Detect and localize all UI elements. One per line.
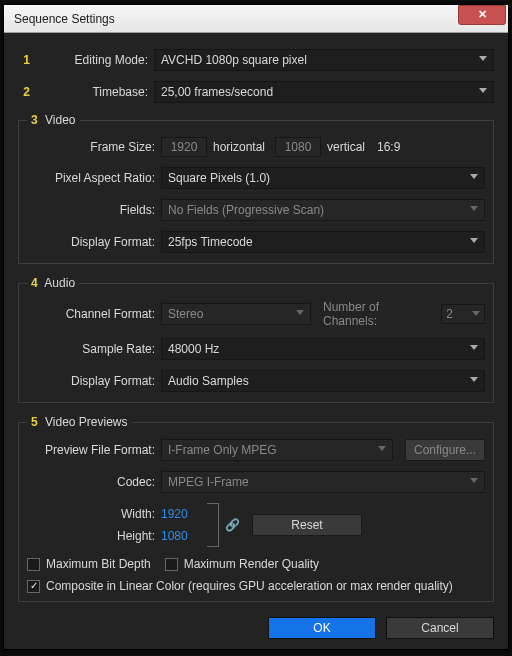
chevron-down-icon — [470, 345, 478, 350]
audio-display-format-value: Audio Samples — [168, 374, 249, 388]
ok-label: OK — [313, 621, 330, 635]
audio-legend: 4 Audio — [27, 276, 79, 290]
timebase-label: Timebase: — [36, 85, 148, 99]
preview-height-field[interactable]: 1080 — [161, 529, 197, 543]
chevron-down-icon — [479, 56, 487, 61]
preview-format-select: I-Frame Only MPEG — [161, 439, 393, 461]
audio-group: 4 Audio Channel Format: Stereo Number of… — [18, 276, 494, 403]
reset-label: Reset — [291, 518, 322, 532]
par-label: Pixel Aspect Ratio: — [27, 171, 155, 185]
dialog-body: 1 Editing Mode: AVCHD 1080p square pixel… — [4, 33, 508, 611]
link-bracket: 🔗 — [207, 503, 246, 547]
max-bit-depth-checkbox[interactable] — [27, 558, 40, 571]
audio-display-format-label: Display Format: — [27, 374, 155, 388]
video-display-format-value: 25fps Timecode — [168, 235, 253, 249]
num-channels-label: Number of Channels: — [323, 300, 435, 328]
video-legend-label: Video — [45, 113, 75, 127]
frame-size-label: Frame Size: — [27, 140, 155, 154]
fields-label: Fields: — [27, 203, 155, 217]
close-icon: ✕ — [478, 8, 487, 21]
chevron-down-icon — [470, 174, 478, 179]
max-render-quality-checkbox[interactable] — [165, 558, 178, 571]
title-bar: Sequence Settings ✕ — [4, 5, 508, 33]
cancel-button[interactable]: Cancel — [386, 617, 494, 639]
composite-linear-label: Composite in Linear Color (requires GPU … — [46, 579, 453, 593]
cancel-label: Cancel — [421, 621, 458, 635]
configure-label: Configure... — [414, 443, 476, 457]
video-legend: 3 Video — [27, 113, 80, 127]
codec-select: MPEG I-Frame — [161, 471, 485, 493]
par-select[interactable]: Square Pixels (1.0) — [161, 167, 485, 189]
channel-format-value: Stereo — [168, 307, 203, 321]
chevron-down-icon — [296, 310, 304, 315]
previews-legend: 5 Video Previews — [27, 415, 132, 429]
chevron-down-icon — [470, 238, 478, 243]
frame-vertical-label: vertical — [327, 140, 371, 154]
num-channels-select: 2 — [441, 304, 485, 324]
reset-button[interactable]: Reset — [252, 514, 362, 536]
previews-legend-label: Video Previews — [45, 415, 128, 429]
marker-3: 3 — [31, 113, 38, 127]
frame-aspect-label: 16:9 — [377, 140, 400, 154]
sample-rate-label: Sample Rate: — [27, 342, 155, 356]
max-bit-depth-label: Maximum Bit Depth — [46, 557, 151, 571]
sample-rate-value: 48000 Hz — [168, 342, 219, 356]
frame-horizontal-label: horizontal — [213, 140, 269, 154]
fields-select: No Fields (Progressive Scan) — [161, 199, 485, 221]
video-display-format-select[interactable]: 25fps Timecode — [161, 231, 485, 253]
video-display-format-label: Display Format: — [27, 235, 155, 249]
composite-linear-checkbox[interactable]: ✓ — [27, 580, 40, 593]
preview-format-value: I-Frame Only MPEG — [168, 443, 277, 457]
sample-rate-select[interactable]: 48000 Hz — [161, 338, 485, 360]
ok-button[interactable]: OK — [268, 617, 376, 639]
chevron-down-icon — [479, 88, 487, 93]
codec-value: MPEG I-Frame — [168, 475, 249, 489]
num-channels-value: 2 — [446, 307, 453, 321]
preview-width-field[interactable]: 1920 — [161, 507, 197, 521]
preview-height-label: Height: — [27, 529, 155, 543]
link-icon[interactable]: 🔗 — [219, 518, 246, 532]
codec-label: Codec: — [27, 475, 155, 489]
chevron-down-icon — [470, 206, 478, 211]
marker-5: 5 — [31, 415, 38, 429]
chevron-down-icon — [378, 446, 386, 451]
max-render-quality-label: Maximum Render Quality — [184, 557, 319, 571]
editing-mode-label: Editing Mode: — [36, 53, 148, 67]
video-group: 3 Video Frame Size: 1920 horizontal 1080… — [18, 113, 494, 264]
chevron-down-icon — [470, 377, 478, 382]
marker-2: 2 — [18, 85, 30, 99]
frame-height-field: 1080 — [275, 137, 321, 157]
timebase-select[interactable]: 25,00 frames/second — [154, 81, 494, 103]
audio-display-format-select[interactable]: Audio Samples — [161, 370, 485, 392]
video-previews-group: 5 Video Previews Preview File Format: I-… — [18, 415, 494, 602]
chevron-down-icon — [470, 478, 478, 483]
dialog-footer: OK Cancel — [4, 611, 508, 649]
close-button[interactable]: ✕ — [458, 5, 506, 25]
editing-mode-value: AVCHD 1080p square pixel — [161, 53, 307, 67]
editing-mode-select[interactable]: AVCHD 1080p square pixel — [154, 49, 494, 71]
configure-button: Configure... — [405, 439, 485, 461]
preview-format-label: Preview File Format: — [27, 443, 155, 457]
marker-4: 4 — [31, 276, 38, 290]
timebase-value: 25,00 frames/second — [161, 85, 273, 99]
window-title: Sequence Settings — [14, 12, 115, 26]
sequence-settings-dialog: Sequence Settings ✕ 1 Editing Mode: AVCH… — [3, 4, 509, 650]
preview-width-label: Width: — [27, 507, 155, 521]
fields-value: No Fields (Progressive Scan) — [168, 203, 324, 217]
audio-legend-label: Audio — [44, 276, 75, 290]
frame-width-field: 1920 — [161, 137, 207, 157]
chevron-down-icon — [472, 311, 480, 316]
marker-1: 1 — [18, 53, 30, 67]
channel-format-select: Stereo — [161, 303, 311, 325]
channel-format-label: Channel Format: — [27, 307, 155, 321]
par-value: Square Pixels (1.0) — [168, 171, 270, 185]
